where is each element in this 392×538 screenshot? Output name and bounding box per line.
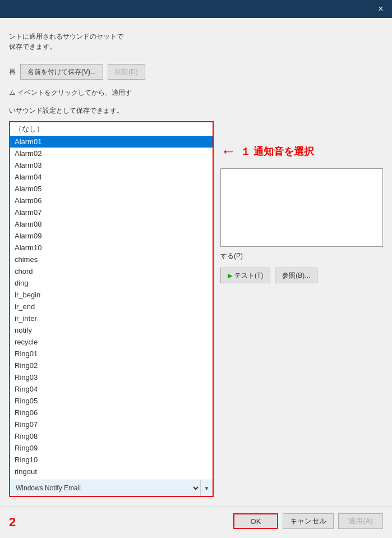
description-text-1: ントに適用されるサウンドのセットで — [9, 31, 383, 42]
list-item[interactable]: notify — [10, 324, 213, 336]
btn-row: ▶ テスト(T) 参照(B)... — [220, 268, 383, 283]
list-item[interactable]: Alarm06 — [10, 195, 213, 206]
right-area: ← １ 通知音を選択 する(P) ▶ テスト(T) — [220, 121, 383, 497]
apply-button[interactable]: 適用(A) — [338, 513, 383, 529]
ok-button[interactable]: OK — [233, 513, 278, 529]
list-item[interactable]: Alarm03 — [10, 159, 213, 171]
list-item[interactable]: Ring05 — [10, 395, 213, 407]
save-row: 再 名前を付けて保存(V)... 削除(D) — [9, 64, 383, 80]
list-item[interactable]: chimes — [10, 254, 213, 265]
red-arrow-icon: ← — [220, 144, 236, 159]
list-item[interactable]: ding — [10, 277, 213, 289]
info-text-1: ム イベントをクリックしてから、適用す — [9, 88, 383, 98]
title-bar: × — [0, 0, 392, 18]
sound-select[interactable]: Windows Notify Email — [10, 480, 200, 496]
list-item[interactable]: Ring01 — [10, 348, 213, 360]
browse-button[interactable]: 参照(B)... — [275, 268, 317, 283]
dropdown-select-row: Windows Notify Email ▼ — [10, 480, 213, 496]
list-item[interactable]: Alarm02 — [10, 148, 213, 159]
sound-list-container[interactable] — [220, 168, 383, 247]
list-item[interactable]: Alarm05 — [10, 183, 213, 195]
list-item[interactable]: ir_inter — [10, 312, 213, 324]
list-item[interactable]: Alarm04 — [10, 171, 213, 183]
info-text-2: いサウンド設定として保存できます。 — [9, 105, 383, 116]
list-item[interactable]: Ring08 — [10, 430, 213, 442]
list-item[interactable]: chord — [10, 265, 213, 277]
dropdown-list-container: （なし）Alarm01Alarm02Alarm03Alarm04Alarm05A… — [9, 121, 214, 497]
cancel-button[interactable]: キャンセル — [283, 513, 334, 529]
list-item[interactable]: Alarm08 — [10, 218, 213, 230]
test-button[interactable]: ▶ テスト(T) — [220, 268, 270, 283]
close-button[interactable]: × — [374, 2, 388, 16]
dialog-container: × ントに適用されるサウンドのセットで 保存できます。 再 名前を付けて保存(V… — [0, 0, 392, 538]
save-as-button[interactable]: 名前を付けて保存(V)... — [20, 64, 103, 80]
main-area: （なし）Alarm01Alarm02Alarm03Alarm04Alarm05A… — [9, 121, 383, 497]
arrow-annotation: ← １ 通知音を選択 — [220, 144, 383, 159]
dialog-content: ントに適用されるサウンドのセットで 保存できます。 再 名前を付けて保存(V).… — [0, 18, 392, 506]
play-icon: ▶ — [228, 272, 232, 279]
list-item[interactable]: Ring02 — [10, 360, 213, 371]
list-item[interactable]: Ring10 — [10, 454, 213, 466]
list-item[interactable]: Alarm01 — [10, 136, 213, 148]
bottom-buttons: 2 OK キャンセル 適用(A) — [0, 506, 392, 538]
list-item[interactable]: Ring07 — [10, 419, 213, 430]
preview-label: する(P) — [220, 251, 243, 261]
description-text-2: 保存できます。 — [9, 42, 383, 52]
sound-dropdown-list[interactable]: （なし）Alarm01Alarm02Alarm03Alarm04Alarm05A… — [10, 122, 213, 480]
annotation-text: １ 通知音を選択 — [241, 145, 314, 158]
preview-row: する(P) — [220, 251, 383, 261]
list-item[interactable]: Alarm10 — [10, 242, 213, 254]
list-item[interactable]: ir_end — [10, 301, 213, 312]
list-item[interactable]: recycle — [10, 336, 213, 348]
test-button-label: テスト(T) — [234, 271, 263, 281]
dropdown-arrow-icon[interactable]: ▼ — [200, 480, 213, 496]
list-item[interactable]: （なし） — [10, 122, 213, 136]
list-item[interactable]: Ring09 — [10, 442, 213, 454]
list-item[interactable]: Ring04 — [10, 383, 213, 395]
list-item[interactable]: ir_begin — [10, 289, 213, 301]
re-label: 再 — [9, 65, 16, 79]
step-number: 2 — [9, 515, 16, 530]
list-item[interactable]: Ring03 — [10, 371, 213, 383]
list-item[interactable]: Ring06 — [10, 407, 213, 419]
list-item[interactable]: Alarm09 — [10, 230, 213, 242]
list-item[interactable]: ringout — [10, 466, 213, 477]
delete-button[interactable]: 削除(D) — [108, 64, 145, 80]
description-area: ントに適用されるサウンドのセットで 保存できます。 — [9, 27, 383, 56]
list-item[interactable]: Alarm07 — [10, 206, 213, 218]
